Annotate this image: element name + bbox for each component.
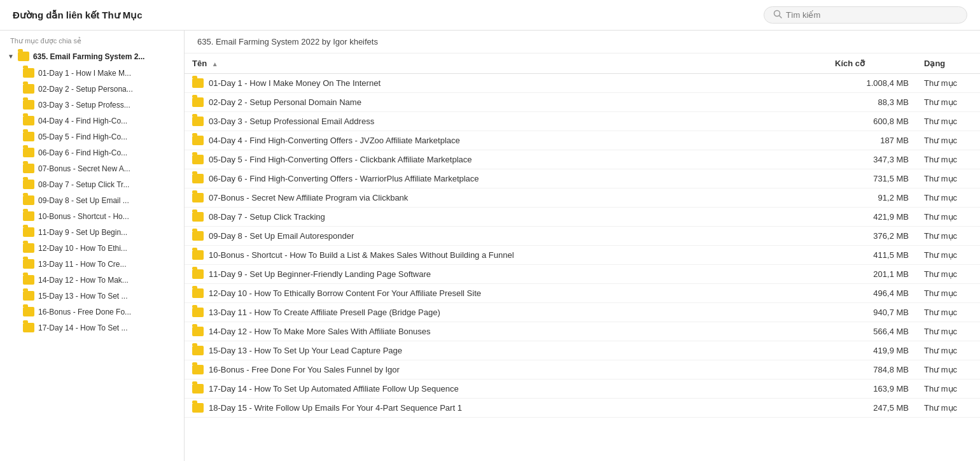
sidebar-item[interactable]: 02-Day 2 - Setup Persona... [0, 81, 184, 97]
cell-type: Thư mục [916, 227, 980, 246]
cell-size: 496,4 MB [827, 284, 916, 303]
table-row[interactable]: 01-Day 1 - How I Make Money On The Inter… [185, 74, 980, 93]
table-row[interactable]: 14-Day 12 - How To Make More Sales With … [185, 322, 980, 341]
file-name: 17-Day 14 - How To Set Up Automated Affi… [209, 384, 459, 394]
cell-name: 18-Day 15 - Write Follow Up Emails For Y… [185, 399, 827, 418]
folder-icon [23, 323, 34, 332]
table-row[interactable]: 03-Day 3 - Setup Professional Email Addr… [185, 112, 980, 131]
folder-icon [192, 269, 204, 279]
sidebar-item-label: 17-Day 14 - How To Set ... [38, 323, 128, 332]
cell-name: 09-Day 8 - Set Up Email Autoresponder [185, 227, 827, 246]
root-folder-icon [18, 52, 29, 61]
sidebar-item[interactable]: 08-Day 7 - Setup Click Tr... [0, 176, 184, 192]
sidebar-item[interactable]: 16-Bonus - Free Done Fo... [0, 304, 184, 320]
sidebar-item-label: 09-Day 8 - Set Up Email ... [38, 196, 129, 205]
table-row[interactable]: 10-Bonus - Shortcut - How To Build a Lis… [185, 246, 980, 265]
sidebar-item[interactable]: 07-Bonus - Secret New A... [0, 160, 184, 176]
cell-type: Thư mục [916, 246, 980, 265]
chevron-down-icon: ▼ [8, 53, 14, 60]
sidebar-item-label: 13-Day 11 - How To Cre... [38, 260, 127, 269]
sidebar-item[interactable]: 17-Day 14 - How To Set ... [0, 320, 184, 336]
file-name: 04-Day 4 - Find High-Converting Offers -… [209, 136, 460, 145]
sidebar-item[interactable]: 13-Day 11 - How To Cre... [0, 256, 184, 272]
table-row[interactable]: 18-Day 15 - Write Follow Up Emails For Y… [185, 399, 980, 418]
sidebar-item[interactable]: 15-Day 13 - How To Set ... [0, 288, 184, 304]
cell-type: Thư mục [916, 284, 980, 303]
table-row[interactable]: 08-Day 7 - Setup Click Tracking421,9 MBT… [185, 208, 980, 227]
folder-icon [192, 384, 204, 394]
sidebar-item[interactable]: 12-Day 10 - How To Ethi... [0, 240, 184, 256]
folder-icon [23, 291, 34, 301]
sidebar-item[interactable]: 05-Day 5 - Find High-Co... [0, 129, 184, 145]
table-row[interactable]: 05-Day 5 - Find High-Converting Offers -… [185, 150, 980, 169]
file-name: 09-Day 8 - Set Up Email Autoresponder [209, 231, 354, 241]
folder-icon [23, 227, 34, 237]
table-row[interactable]: 06-Day 6 - Find High-Converting Offers -… [185, 169, 980, 188]
col-name-header[interactable]: Tên ▲ [185, 53, 827, 74]
sidebar-item[interactable]: 03-Day 3 - Setup Profess... [0, 97, 184, 113]
cell-type: Thư mục [916, 341, 980, 360]
file-name: 01-Day 1 - How I Make Money On The Inter… [209, 78, 381, 88]
sidebar-item[interactable]: 10-Bonus - Shortcut - Ho... [0, 208, 184, 224]
sidebar-item-label: 04-Day 4 - Find High-Co... [38, 117, 127, 125]
file-name: 07-Bonus - Secret New Affiliate Program … [209, 193, 408, 202]
folder-icon [23, 275, 34, 285]
sidebar-item[interactable]: 06-Day 6 - Find High-Co... [0, 145, 184, 160]
cell-size: 91,2 MB [827, 188, 916, 208]
table-row[interactable]: 09-Day 8 - Set Up Email Autoresponder376… [185, 227, 980, 246]
cell-size: 376,2 MB [827, 227, 916, 246]
folder-icon [192, 193, 204, 202]
table-row[interactable]: 16-Bonus - Free Done For You Sales Funne… [185, 360, 980, 379]
cell-size: 247,5 MB [827, 399, 916, 418]
sidebar-item[interactable]: 09-Day 8 - Set Up Email ... [0, 192, 184, 208]
search-input[interactable] [786, 10, 958, 20]
cell-name: 07-Bonus - Secret New Affiliate Program … [185, 188, 827, 208]
sidebar-item[interactable]: 11-Day 9 - Set Up Begin... [0, 224, 184, 240]
folder-icon [192, 288, 204, 298]
sidebar-item-label: 12-Day 10 - How To Ethi... [38, 244, 127, 253]
sidebar-shared-label: Thư mục được chia sẻ [0, 31, 184, 48]
folder-icon [23, 100, 34, 110]
sidebar-item[interactable]: 01-Day 1 - How I Make M... [0, 65, 184, 81]
folder-icon [192, 97, 204, 107]
file-table-body: 01-Day 1 - How I Make Money On The Inter… [185, 74, 980, 418]
sidebar-item[interactable]: 14-Day 12 - How To Mak... [0, 272, 184, 288]
sidebar-root-folder[interactable]: ▼ 635. Email Farming System 2... [0, 48, 184, 65]
cell-type: Thư mục [916, 74, 980, 93]
table-row[interactable]: 13-Day 11 - How To Create Affiliate Pres… [185, 303, 980, 322]
table-row[interactable]: 15-Day 13 - How To Set Up Your Lead Capt… [185, 341, 980, 360]
folder-icon [192, 327, 204, 336]
search-bar[interactable] [764, 6, 967, 24]
cell-size: 421,9 MB [827, 208, 916, 227]
cell-size: 187 MB [827, 131, 916, 150]
cell-name: 04-Day 4 - Find High-Converting Offers -… [185, 131, 827, 150]
folder-icon [192, 308, 204, 317]
cell-name: 13-Day 11 - How To Create Affiliate Pres… [185, 303, 827, 322]
table-row[interactable]: 12-Day 10 - How To Ethically Borrow Cont… [185, 284, 980, 303]
sidebar-item-label: 05-Day 5 - Find High-Co... [38, 132, 127, 141]
file-name: 12-Day 10 - How To Ethically Borrow Cont… [209, 288, 481, 298]
svg-line-1 [780, 16, 782, 18]
folder-icon [23, 180, 34, 189]
table-row[interactable]: 04-Day 4 - Find High-Converting Offers -… [185, 131, 980, 150]
cell-type: Thư mục [916, 360, 980, 379]
folder-icon [23, 211, 34, 221]
cell-name: 06-Day 6 - Find High-Converting Offers -… [185, 169, 827, 188]
table-row[interactable]: 11-Day 9 - Set Up Beginner-Friendly Land… [185, 265, 980, 284]
sidebar-items: 01-Day 1 - How I Make M...02-Day 2 - Set… [0, 65, 184, 336]
file-name: 05-Day 5 - Find High-Converting Offers -… [209, 155, 472, 164]
cell-type: Thư mục [916, 188, 980, 208]
cell-size: 347,3 MB [827, 150, 916, 169]
folder-icon [23, 132, 34, 141]
cell-type: Thư mục [916, 208, 980, 227]
table-row[interactable]: 02-Day 2 - Setup Personal Domain Name88,… [185, 93, 980, 112]
table-row[interactable]: 17-Day 14 - How To Set Up Automated Affi… [185, 379, 980, 399]
search-icon [773, 10, 782, 20]
col-size-header[interactable]: Kích cỡ [827, 53, 916, 74]
cell-size: 163,9 MB [827, 379, 916, 399]
table-row[interactable]: 07-Bonus - Secret New Affiliate Program … [185, 188, 980, 208]
folder-icon [192, 136, 204, 145]
sidebar-item[interactable]: 04-Day 4 - Find High-Co... [0, 113, 184, 129]
cell-type: Thư mục [916, 322, 980, 341]
cell-size: 566,4 MB [827, 322, 916, 341]
